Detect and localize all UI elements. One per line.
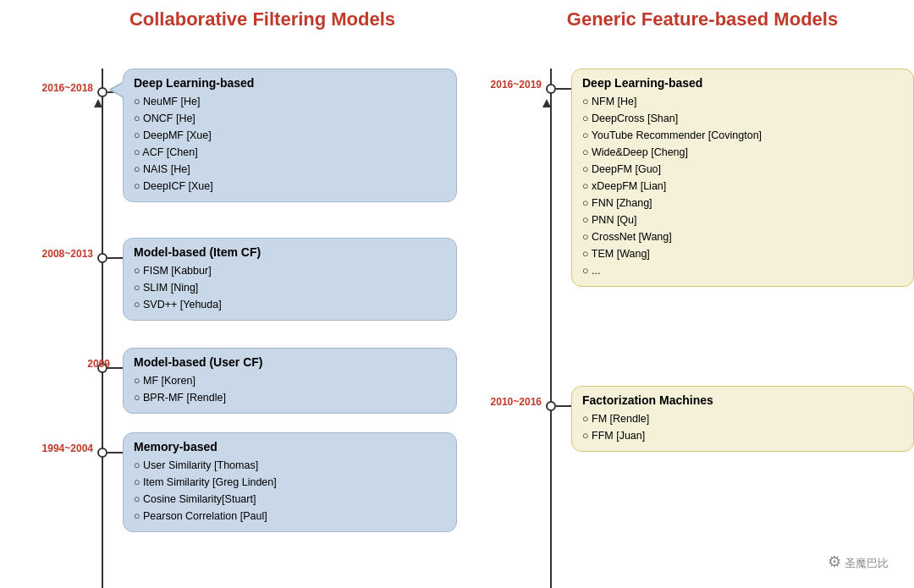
- list-item: DeepICF [Xue]: [134, 178, 446, 195]
- right-item-deep-learning: 2016~2019 Deep Learning-based NFM [He] D…: [474, 69, 914, 299]
- list-item: ...: [582, 262, 903, 279]
- right-h-connector-2: [556, 405, 571, 407]
- left-section: Collaborative Filtering Models 2016~2018…: [0, 8, 457, 580]
- right-box-1: Deep Learning-based NFM [He] DeepCross […: [571, 69, 914, 287]
- main-container: Collaborative Filtering Models 2016~2018…: [0, 0, 914, 588]
- box-list-3: MF [Koren] BPR-MF [Rendle]: [134, 372, 446, 406]
- box-list-2: FISM [Kabbur] SLIM [Ning] SVD++ [Yehuda]: [134, 262, 446, 313]
- list-item: Wide&Deep [Cheng]: [582, 144, 903, 161]
- left-label-2: 2008~2013: [17, 248, 93, 260]
- left-item-user-cf: 2009 Model-based (User CF) MF [Koren] BP…: [17, 348, 457, 426]
- right-content: 2016~2019 Deep Learning-based NFM [He] D…: [474, 69, 914, 588]
- right-section: Generic Feature-based Models 2016~2019 D…: [457, 8, 914, 580]
- left-dot-4: [97, 448, 107, 458]
- box-title-3: Model-based (User CF): [134, 355, 446, 369]
- left-box-3: Model-based (User CF) MF [Koren] BPR-MF …: [123, 348, 457, 414]
- watermark: ⚙ 圣魔巴比: [828, 552, 889, 571]
- list-item: FNN [Zhang]: [582, 195, 903, 212]
- list-item: YouTube Recommender [Covington]: [582, 127, 903, 144]
- h-connector-2: [107, 257, 123, 259]
- right-box-2: Factorization Machines FM [Rendle] FFM […: [571, 386, 914, 452]
- left-label-3: 2009: [34, 358, 110, 370]
- left-box-2: Model-based (Item CF) FISM [Kabbur] SLIM…: [123, 238, 457, 321]
- box-list-1: NeuMF [He] ONCF [He] DeepMF [Xue] ACF [C…: [134, 93, 446, 195]
- list-item: DeepFM [Guo]: [582, 161, 903, 178]
- list-item: ACF [Chen]: [134, 144, 446, 161]
- list-item: xDeepFM [Lian]: [582, 178, 903, 195]
- left-item-item-cf: 2008~2013 Model-based (Item CF) FISM [Ka…: [17, 238, 457, 332]
- list-item: ONCF [He]: [134, 110, 446, 127]
- list-item: NeuMF [He]: [134, 93, 446, 110]
- list-item: DeepMF [Xue]: [134, 127, 446, 144]
- left-dot-2: [97, 253, 107, 263]
- list-item: SVD++ [Yehuda]: [134, 296, 446, 313]
- list-item: Cosine Similarity[Stuart]: [134, 491, 446, 508]
- left-item-deep-learning: 2016~2018 Deep Learning-based NeuMF [He]…: [17, 69, 457, 214]
- left-label-4: 1994~2004: [17, 442, 93, 454]
- list-item: BPR-MF [Rendle]: [134, 389, 446, 406]
- right-box-list-1: NFM [He] DeepCross [Shan] YouTube Recomm…: [582, 93, 903, 279]
- list-item: PNN [Qu]: [582, 212, 903, 228]
- box-list-4: User Similarity [Thomas] Item Similarity…: [134, 457, 446, 525]
- right-box-title-1: Deep Learning-based: [582, 76, 903, 90]
- left-box-1: Deep Learning-based NeuMF [He] ONCF [He]…: [123, 69, 457, 202]
- list-item: FM [Rendle]: [582, 410, 903, 427]
- h-connector-3: [107, 367, 123, 369]
- left-dot-1: [97, 87, 107, 97]
- list-item: Item Similarity [Greg Linden]: [134, 474, 446, 491]
- box-title-4: Memory-based: [134, 440, 446, 453]
- left-title: Collaborative Filtering Models: [68, 8, 457, 30]
- box-title-2: Model-based (Item CF): [134, 245, 446, 259]
- list-item: CrossNet [Wang]: [582, 228, 903, 245]
- right-dot-1: [546, 84, 556, 94]
- right-h-connector-1: [556, 88, 571, 90]
- left-label-1: 2016~2018: [17, 82, 93, 94]
- list-item: FISM [Kabbur]: [134, 262, 446, 279]
- box-title-1: Deep Learning-based: [134, 76, 446, 90]
- bubble-fill: [112, 82, 124, 97]
- list-item: Pearson Correlation [Paul]: [134, 508, 446, 525]
- right-item-fm: 2010~2016 Factorization Machines FM [Ren…: [474, 386, 914, 464]
- right-dot-2: [546, 401, 556, 411]
- right-box-title-2: Factorization Machines: [582, 393, 903, 407]
- right-title: Generic Feature-based Models: [491, 8, 914, 30]
- list-item: User Similarity [Thomas]: [134, 457, 446, 474]
- right-box-list-2: FM [Rendle] FFM [Juan]: [582, 410, 903, 444]
- right-label-2: 2010~2016: [474, 396, 542, 408]
- left-content: 2016~2018 Deep Learning-based NeuMF [He]…: [17, 69, 457, 588]
- right-label-1: 2016~2019: [474, 79, 542, 91]
- list-item: MF [Koren]: [134, 372, 446, 389]
- list-item: TEM [Wang]: [582, 245, 903, 262]
- list-item: FFM [Juan]: [582, 427, 903, 444]
- left-item-memory: 1994~2004 Memory-based User Similarity […: [17, 432, 457, 544]
- list-item: NFM [He]: [582, 93, 903, 110]
- list-item: NAIS [He]: [134, 161, 446, 178]
- list-item: SLIM [Ning]: [134, 279, 446, 296]
- left-box-4: Memory-based User Similarity [Thomas] It…: [123, 432, 457, 532]
- list-item: DeepCross [Shan]: [582, 110, 903, 127]
- branch-main: [107, 452, 124, 453]
